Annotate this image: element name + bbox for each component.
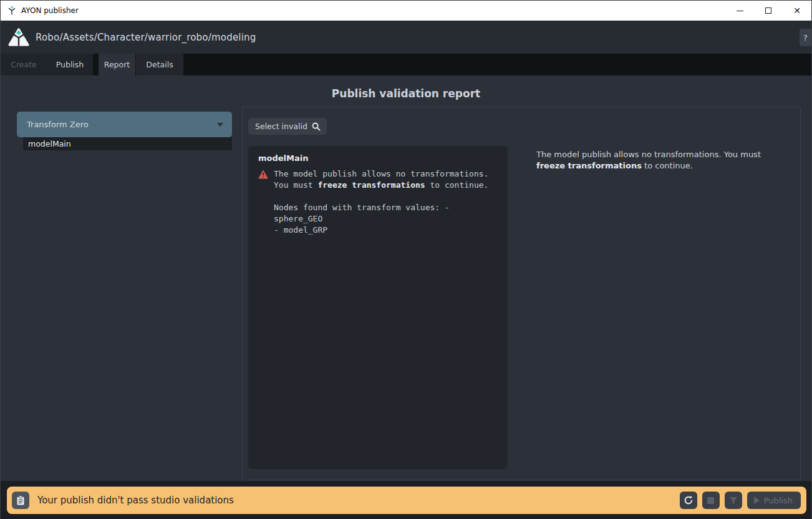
publish-button[interactable]: Publish bbox=[747, 492, 801, 509]
minimize-button[interactable] bbox=[725, 1, 754, 21]
footer-actions: Publish bbox=[680, 492, 801, 509]
chevron-down-icon bbox=[217, 123, 223, 127]
maximize-button[interactable] bbox=[754, 1, 783, 21]
warning-icon bbox=[258, 170, 268, 179]
minimize-icon bbox=[737, 11, 743, 11]
validate-button[interactable] bbox=[725, 492, 742, 509]
report-log-button[interactable] bbox=[12, 492, 29, 509]
validation-status-message: Your publish didn't pass studio validati… bbox=[37, 495, 234, 506]
message-line-2: You must freeze transformations to conti… bbox=[274, 180, 488, 191]
select-invalid-button[interactable]: Select invalid bbox=[248, 118, 327, 135]
context-breadcrumb[interactable]: Robo/Assets/Character/warrior_robo/model… bbox=[36, 21, 256, 54]
close-button[interactable]: ✕ bbox=[783, 1, 811, 21]
validator-dropdown[interactable]: Transform Zero bbox=[17, 112, 232, 137]
window-title: AYON publisher bbox=[21, 6, 79, 15]
window-controls: ✕ bbox=[725, 1, 811, 21]
tabbar: Create Publish Report Details bbox=[1, 54, 811, 75]
validator-dropdown-label: Transform Zero bbox=[27, 120, 89, 129]
clipboard-icon bbox=[16, 495, 26, 506]
ayon-logo-icon bbox=[8, 27, 29, 47]
detail-line-1: Nodes found with transform values: - bbox=[274, 202, 488, 213]
refresh-icon bbox=[684, 495, 694, 505]
tab-details[interactable]: Details bbox=[136, 54, 183, 75]
tabgroup-create-publish: Create Publish bbox=[1, 54, 93, 75]
stop-button[interactable] bbox=[702, 492, 720, 509]
help-button[interactable]: ? bbox=[800, 29, 811, 46]
refresh-button[interactable] bbox=[680, 492, 697, 509]
validation-error-card: modelMain The model publish allows no tr… bbox=[248, 146, 508, 469]
instance-list-item[interactable]: modelMain bbox=[23, 137, 232, 150]
maximize-icon bbox=[765, 7, 771, 14]
tab-publish[interactable]: Publish bbox=[47, 54, 93, 75]
app-icon bbox=[7, 6, 17, 16]
validation-message: The model publish allows no transformati… bbox=[274, 168, 488, 236]
search-icon bbox=[312, 122, 321, 131]
detail-line-2: sphere_GEO bbox=[274, 213, 488, 225]
select-invalid-label: Select invalid bbox=[255, 122, 307, 131]
header: Robo/Assets/Character/warrior_robo/model… bbox=[1, 21, 811, 54]
titlebar: AYON publisher ✕ bbox=[1, 1, 811, 21]
validation-message-bar: Your publish didn't pass studio validati… bbox=[7, 487, 806, 514]
publish-button-label: Publish bbox=[764, 496, 793, 505]
stop-icon bbox=[707, 497, 714, 504]
tab-create[interactable]: Create bbox=[1, 54, 47, 75]
instance-name: modelMain bbox=[258, 153, 498, 163]
detail-line-3: - model_GRP bbox=[274, 225, 488, 236]
close-icon: ✕ bbox=[793, 6, 801, 15]
footer: Your publish didn't pass studio validati… bbox=[1, 481, 811, 519]
blank-line bbox=[274, 191, 488, 202]
validation-detail-panel: Select invalid modelMain The model publi… bbox=[242, 107, 801, 480]
tab-report[interactable]: Report bbox=[99, 54, 135, 75]
validator-description: The model publish allows no transformati… bbox=[536, 149, 778, 172]
report-page: Publish validation report Transform Zero… bbox=[1, 75, 811, 481]
play-icon bbox=[754, 497, 760, 504]
message-line-1: The model publish allows no transformati… bbox=[274, 168, 488, 180]
app-window: AYON publisher ✕ Robo/Assets/Character/w… bbox=[0, 0, 812, 519]
funnel-icon bbox=[729, 497, 738, 505]
page-title: Publish validation report bbox=[1, 87, 811, 100]
